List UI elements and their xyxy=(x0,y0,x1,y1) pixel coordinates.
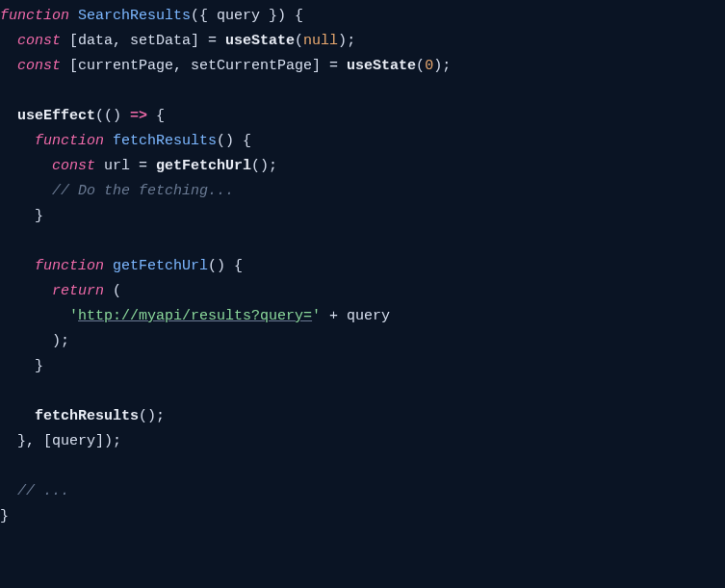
punct: }) { xyxy=(260,8,303,24)
code-block: function SearchResults({ query }) { cons… xyxy=(0,4,725,529)
punct: ({ xyxy=(191,8,217,24)
fn-name-searchresults: SearchResults xyxy=(78,8,191,24)
call-usestate: useState xyxy=(347,58,416,74)
dep-query: query xyxy=(52,433,95,449)
param-query: query xyxy=(217,8,260,24)
keyword-const: const xyxy=(17,33,61,49)
keyword-const: const xyxy=(17,58,61,74)
keyword-function: function xyxy=(35,258,104,274)
literal-zero: 0 xyxy=(425,58,433,74)
brace-close: } xyxy=(35,208,43,224)
call-getfetchurl: getFetchUrl xyxy=(156,158,251,174)
keyword-function: function xyxy=(0,8,69,24)
string-url: http://myapi/results?query= xyxy=(78,308,312,324)
keyword-function: function xyxy=(35,133,104,149)
destructure: [currentPage, setCurrentPage] = xyxy=(61,58,347,74)
comment-fetching: // Do the fetching... xyxy=(52,183,234,199)
var-query: query xyxy=(347,308,390,324)
call-fetchresults: fetchResults xyxy=(35,408,139,424)
fn-name-fetchresults: fetchResults xyxy=(113,133,217,149)
brace-close: } xyxy=(35,358,43,374)
comment-ellipsis: // ... xyxy=(17,483,69,499)
literal-null: null xyxy=(303,33,338,49)
arrow: => xyxy=(130,108,147,124)
keyword-return: return xyxy=(52,283,104,299)
brace-close: } xyxy=(0,508,9,524)
call-usestate: useState xyxy=(225,33,295,49)
keyword-const: const xyxy=(52,158,95,174)
fn-name-getfetchurl: getFetchUrl xyxy=(113,258,208,274)
destructure: [data, setData] = xyxy=(61,33,225,49)
call-useeffect: useEffect xyxy=(17,108,95,124)
